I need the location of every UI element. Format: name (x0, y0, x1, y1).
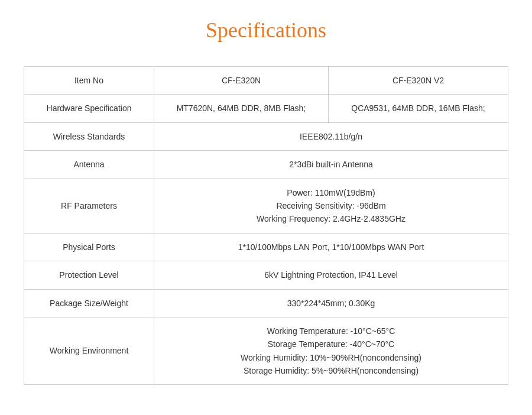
row-label: Package Size/Weight (24, 289, 154, 317)
table-row: Hardware SpecificationMT7620N, 64MB DDR,… (24, 95, 508, 122)
table-row: Item NoCF-E320NCF-E320N V2 (24, 67, 508, 95)
row-value: 330*224*45mm; 0.30Kg (154, 289, 508, 317)
table-row: Working EnvironmentWorking Temperature: … (24, 317, 508, 385)
row-value: 2*3dBi built-in Antenna (154, 151, 508, 179)
table-row: RF ParametersPower: 110mW(19dBm)Receivin… (24, 179, 508, 233)
row-value: IEEE802.11b/g/n (154, 122, 508, 150)
row-label: Hardware Specification (24, 95, 154, 122)
row-value-multiline: Power: 110mW(19dBm)Receiving Sensitivity… (154, 179, 508, 233)
row-label: Working Environment (24, 317, 154, 385)
spec-table: Item NoCF-E320NCF-E320N V2Hardware Speci… (24, 66, 508, 385)
row-label: Protection Level (24, 261, 154, 289)
row-label: Item No (24, 67, 154, 95)
row-value: 6kV Lightning Protection, IP41 Level (154, 261, 508, 289)
row-value-col2: QCA9531, 64MB DDR, 16MB Flash; (328, 95, 508, 122)
row-label: Wireless Standards (24, 122, 154, 150)
table-row: Package Size/Weight330*224*45mm; 0.30Kg (24, 289, 508, 317)
row-value-col1: CF-E320N (154, 67, 329, 95)
row-label: Antenna (24, 151, 154, 179)
table-row: Antenna2*3dBi built-in Antenna (24, 151, 508, 179)
table-row: Physical Ports1*10/100Mbps LAN Port, 1*1… (24, 233, 508, 261)
table-row: Protection Level6kV Lightning Protection… (24, 261, 508, 289)
page-title: Specifications (24, 18, 508, 43)
row-value-col2: CF-E320N V2 (328, 67, 508, 95)
row-label: Physical Ports (24, 233, 154, 261)
row-value: 1*10/100Mbps LAN Port, 1*10/100Mbps WAN … (154, 233, 508, 261)
row-value-multiline: Working Temperature: -10°C~65°CStorage T… (154, 317, 508, 385)
page-container: Specifications Item NoCF-E320NCF-E320N V… (0, 0, 532, 408)
table-row: Wireless StandardsIEEE802.11b/g/n (24, 122, 508, 150)
row-label: RF Parameters (24, 179, 154, 233)
row-value-col1: MT7620N, 64MB DDR, 8MB Flash; (154, 95, 329, 122)
